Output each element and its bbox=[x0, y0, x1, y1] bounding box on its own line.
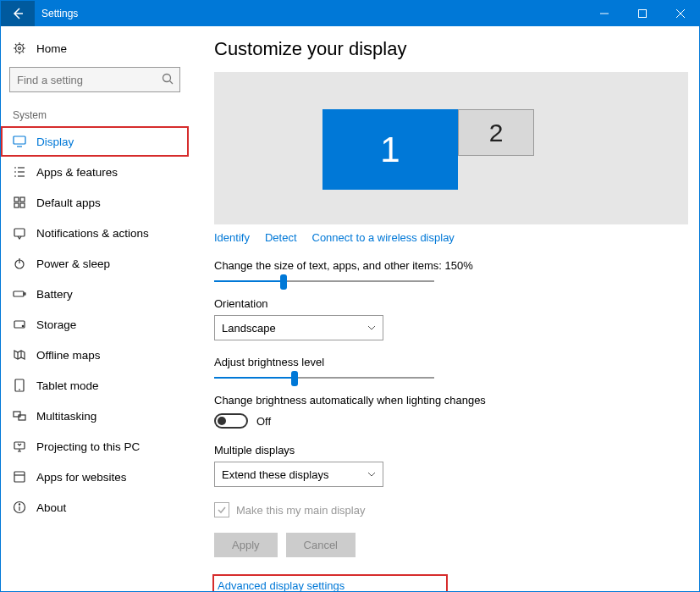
tablet-icon bbox=[13, 379, 26, 392]
svg-rect-31 bbox=[14, 412, 20, 417]
auto-brightness-toggle[interactable] bbox=[214, 413, 248, 429]
svg-rect-24 bbox=[24, 293, 25, 295]
wireless-link[interactable]: Connect to a wireless display bbox=[312, 231, 455, 244]
orientation-select[interactable]: Landscape bbox=[214, 315, 383, 340]
svg-line-7 bbox=[170, 81, 174, 85]
check-icon bbox=[217, 505, 227, 515]
gear-icon bbox=[13, 41, 26, 55]
svg-rect-18 bbox=[14, 203, 19, 207]
grid-icon bbox=[13, 196, 26, 209]
apps-icon bbox=[13, 470, 26, 484]
sidebar-item-label: Apps for websites bbox=[36, 471, 127, 484]
sidebar-item-about[interactable]: About bbox=[1, 492, 189, 523]
auto-brightness-state: Off bbox=[256, 415, 271, 428]
monitor-2[interactable]: 2 bbox=[458, 109, 534, 156]
close-icon bbox=[676, 9, 685, 18]
svg-rect-20 bbox=[14, 229, 25, 236]
arrow-left-icon bbox=[11, 7, 25, 20]
svg-point-38 bbox=[19, 504, 19, 505]
home-label: Home bbox=[36, 42, 67, 55]
text-size-label: Change the size of text, apps, and other… bbox=[214, 259, 699, 272]
minimize-icon bbox=[600, 9, 609, 18]
svg-point-5 bbox=[19, 47, 21, 50]
sidebar-item-label: Battery bbox=[36, 288, 73, 301]
multi-icon bbox=[13, 409, 26, 423]
home-button[interactable]: Home bbox=[1, 35, 189, 62]
brightness-label: Adjust brightness level bbox=[214, 356, 699, 368]
sidebar-item-notifications-actions[interactable]: Notifications & actions bbox=[1, 218, 189, 248]
titlebar: Settings bbox=[1, 1, 699, 26]
svg-rect-17 bbox=[20, 197, 25, 202]
sidebar-item-apps-features[interactable]: Apps & features bbox=[1, 157, 189, 187]
brightness-slider[interactable] bbox=[214, 377, 434, 379]
auto-brightness-label: Change brightness automatically when lig… bbox=[214, 394, 699, 407]
section-label: System bbox=[1, 101, 189, 126]
sidebar-item-label: About bbox=[36, 501, 66, 514]
sidebar-item-label: Storage bbox=[36, 318, 76, 331]
orientation-value: Landscape bbox=[222, 322, 276, 335]
sidebar-item-label: Multitasking bbox=[36, 410, 96, 423]
list-icon bbox=[13, 165, 26, 179]
svg-rect-1 bbox=[638, 10, 646, 18]
search-input[interactable] bbox=[9, 67, 180, 92]
chevron-down-icon bbox=[367, 472, 376, 477]
main-content: Customize your display 1 2 Identify Dete… bbox=[189, 26, 699, 591]
main-display-checkbox bbox=[214, 502, 229, 517]
svg-point-26 bbox=[22, 325, 23, 326]
text-size-slider[interactable] bbox=[214, 280, 434, 282]
svg-rect-32 bbox=[19, 415, 25, 420]
sidebar-item-power-sleep[interactable]: Power & sleep bbox=[1, 248, 189, 279]
sidebar-item-offline-maps[interactable]: Offline maps bbox=[1, 340, 189, 370]
identify-link[interactable]: Identify bbox=[214, 231, 250, 244]
svg-rect-19 bbox=[20, 203, 25, 207]
sidebar-item-label: Apps & features bbox=[36, 166, 118, 179]
close-button[interactable] bbox=[661, 1, 699, 26]
main-display-checkbox-row: Make this my main display bbox=[214, 502, 699, 517]
sidebar-item-label: Display bbox=[36, 136, 74, 148]
project-icon bbox=[13, 440, 26, 453]
svg-rect-16 bbox=[14, 197, 19, 202]
main-display-label: Make this my main display bbox=[236, 504, 365, 517]
orientation-label: Orientation bbox=[214, 297, 699, 310]
advanced-display-link[interactable]: Advanced display settings bbox=[214, 576, 446, 591]
sidebar: Home System DisplayApps & featuresDefaul… bbox=[1, 26, 189, 591]
storage-icon bbox=[13, 318, 26, 331]
multiple-displays-value: Extend these displays bbox=[222, 468, 328, 481]
minimize-button[interactable] bbox=[585, 1, 623, 26]
maximize-icon bbox=[638, 9, 647, 18]
apply-button[interactable]: Apply bbox=[214, 533, 278, 557]
sidebar-item-storage[interactable]: Storage bbox=[1, 309, 189, 340]
multiple-displays-label: Multiple displays bbox=[214, 444, 699, 456]
multiple-displays-select[interactable]: Extend these displays bbox=[214, 462, 383, 487]
notify-icon bbox=[13, 226, 26, 240]
window-title: Settings bbox=[35, 8, 585, 19]
power-icon bbox=[13, 257, 26, 270]
sidebar-item-projecting-to-this-pc[interactable]: Projecting to this PC bbox=[1, 431, 189, 462]
page-title: Customize your display bbox=[214, 38, 699, 60]
chevron-down-icon bbox=[367, 325, 376, 330]
sidebar-item-label: Projecting to this PC bbox=[36, 440, 140, 453]
svg-rect-34 bbox=[14, 472, 25, 482]
detect-link[interactable]: Detect bbox=[265, 231, 297, 244]
back-button[interactable] bbox=[1, 1, 35, 26]
maximize-button[interactable] bbox=[623, 1, 661, 26]
sidebar-item-apps-for-websites[interactable]: Apps for websites bbox=[1, 462, 189, 492]
monitor-1[interactable]: 1 bbox=[322, 109, 458, 190]
sidebar-item-display[interactable]: Display bbox=[1, 126, 189, 157]
svg-rect-8 bbox=[14, 136, 25, 144]
sidebar-item-label: Tablet mode bbox=[36, 379, 99, 392]
sidebar-item-label: Power & sleep bbox=[36, 257, 110, 270]
svg-rect-23 bbox=[14, 291, 24, 296]
display-preview[interactable]: 1 2 bbox=[214, 72, 688, 224]
search-icon bbox=[162, 73, 174, 85]
svg-point-4 bbox=[16, 45, 24, 53]
sidebar-item-default-apps[interactable]: Default apps bbox=[1, 187, 189, 218]
sidebar-item-label: Default apps bbox=[36, 196, 101, 209]
sidebar-item-label: Notifications & actions bbox=[36, 227, 149, 240]
cancel-button[interactable]: Cancel bbox=[286, 533, 356, 557]
sidebar-item-label: Offline maps bbox=[36, 349, 101, 362]
sidebar-item-battery[interactable]: Battery bbox=[1, 279, 189, 309]
sidebar-item-tablet-mode[interactable]: Tablet mode bbox=[1, 370, 189, 401]
sidebar-item-multitasking[interactable]: Multitasking bbox=[1, 401, 189, 431]
info-icon bbox=[13, 501, 26, 514]
